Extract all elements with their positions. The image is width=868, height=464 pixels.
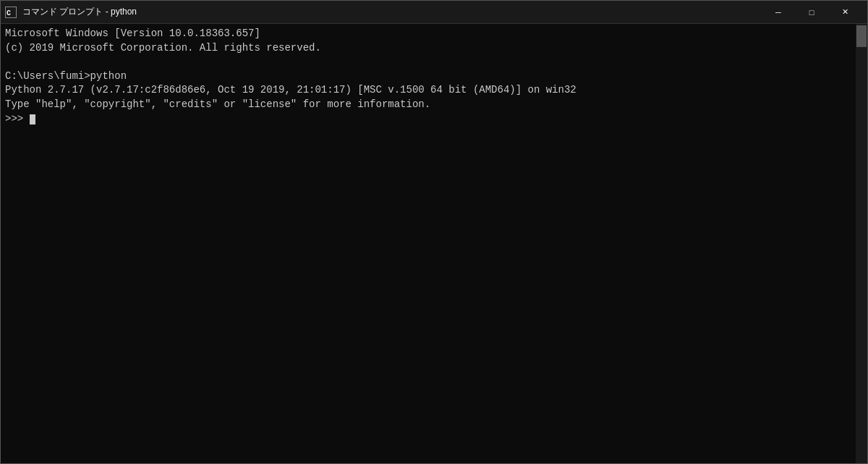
minimize-button[interactable]: ─: [762, 1, 795, 24]
cursor: [30, 114, 35, 125]
terminal-line-6: Type "help", "copyright", "credits" or "…: [5, 98, 863, 112]
scrollbar[interactable]: [856, 24, 867, 463]
terminal-line-2: (c) 2019 Microsoft Corporation. All righ…: [5, 41, 863, 56]
window-title: コマンド プロンプト - python: [22, 6, 137, 18]
title-bar-left: C コマンド プロンプト - python: [5, 6, 137, 18]
terminal-line-5: Python 2.7.17 (v2.7.17:c2f86d86e6, Oct 1…: [5, 83, 863, 98]
close-button[interactable]: ✕: [828, 1, 861, 24]
scrollbar-thumb[interactable]: [856, 25, 867, 47]
terminal-line-1: Microsoft Windows [Version 10.0.18363.65…: [5, 27, 863, 41]
title-bar: C コマンド プロンプト - python ─ □ ✕: [1, 1, 867, 24]
cmd-icon: C: [5, 7, 17, 18]
terminal-body[interactable]: Microsoft Windows [Version 10.0.18363.65…: [1, 24, 867, 463]
svg-text:C: C: [7, 9, 11, 17]
terminal-line-3: [5, 55, 863, 69]
maximize-button[interactable]: □: [795, 1, 828, 24]
prompt-text: >>>: [5, 113, 30, 125]
window-controls: ─ □ ✕: [762, 1, 861, 24]
terminal-line-4: C:\Users\fumi>python: [5, 69, 863, 84]
cmd-window: C コマンド プロンプト - python ─ □ ✕ Microsoft Wi…: [0, 0, 868, 464]
cmd-logo: C: [5, 7, 17, 18]
terminal-line-7: >>>: [5, 112, 863, 127]
